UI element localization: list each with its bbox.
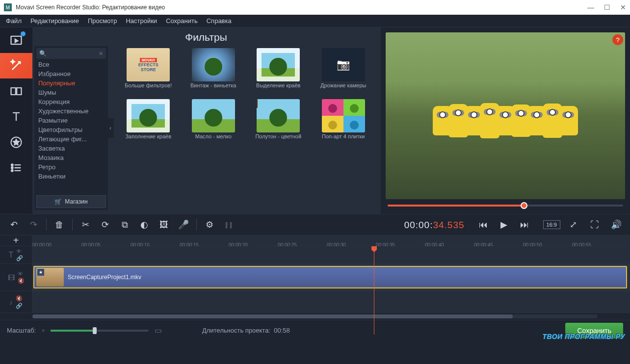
svg-point-5	[11, 167, 13, 169]
timeline-scrollbar[interactable]	[0, 313, 630, 320]
undo-button[interactable]: ↶	[5, 216, 23, 234]
magic-wand-icon	[9, 59, 23, 73]
category-item[interactable]: Шумы	[36, 88, 106, 97]
clip-star-icon[interactable]: ★	[37, 269, 44, 276]
filters-title: Фильтры	[34, 31, 378, 43]
window-titlebar: M Movavi Screen Recorder Studio: Редакти…	[0, 0, 630, 15]
maximize-button[interactable]: ☐	[604, 3, 610, 11]
filter-thumbnail[interactable]: Выделение краёв	[250, 48, 307, 95]
footer: Масштаб: ▫ ▭ Длительность проекта: 00:58…	[0, 320, 630, 340]
color-button[interactable]: ◐	[135, 216, 153, 234]
store-button[interactable]: 🛒 Магазин	[36, 195, 106, 208]
play-button[interactable]: ▶	[495, 216, 513, 234]
menu-help[interactable]: Справка	[207, 17, 232, 25]
sidebar-titles[interactable]	[0, 104, 32, 130]
category-item[interactable]: Размытие	[36, 116, 106, 125]
zoom-thumb[interactable]	[93, 327, 97, 334]
preview-progress[interactable]	[386, 199, 625, 212]
collapse-categories-button[interactable]: ‹	[107, 118, 114, 138]
minimize-button[interactable]: —	[587, 3, 594, 11]
settings-button[interactable]: ⚙	[201, 216, 218, 234]
category-item[interactable]: Ретро	[36, 162, 106, 172]
category-item[interactable]: Избранное	[36, 69, 106, 78]
sidebar-stickers[interactable]	[0, 130, 32, 155]
sidebar-more[interactable]	[0, 155, 32, 181]
progress-thumb[interactable]	[521, 202, 527, 209]
sidebar-media[interactable]	[0, 27, 32, 53]
popout-button[interactable]: ⤢	[564, 216, 582, 234]
cut-button[interactable]: ✂	[77, 216, 94, 234]
category-item[interactable]: Популярные	[36, 78, 106, 88]
preview-video[interactable]	[386, 32, 625, 199]
transitions-icon	[9, 84, 23, 98]
clear-search-icon[interactable]: ✕	[99, 51, 103, 57]
category-item[interactable]: Цветофильтры	[36, 125, 106, 134]
svg-point-6	[11, 170, 13, 172]
category-item[interactable]: Все	[36, 60, 106, 69]
filter-thumbnail[interactable]: Полутон - цветной	[250, 99, 307, 146]
menu-settings[interactable]: Настройки	[126, 17, 157, 25]
category-item[interactable]: Летающие фиг...	[36, 134, 106, 144]
filter-thumbnail[interactable]: Винтаж - виньетка	[185, 48, 242, 95]
prev-frame-button[interactable]: ⏮	[474, 216, 492, 234]
timecode-prefix: 00:00:	[404, 220, 433, 230]
timecode-current: 34.535	[433, 220, 464, 230]
text-track[interactable]: T 👁🔗	[0, 246, 630, 264]
mute-icon[interactable]: 🔇	[18, 278, 25, 284]
delete-button[interactable]: 🗑	[51, 216, 68, 234]
category-item[interactable]: Коррекция	[36, 97, 106, 106]
filter-thumbnail[interactable]: Масло - мелко	[185, 99, 242, 146]
aspect-ratio-button[interactable]: 16:9	[543, 220, 560, 229]
close-button[interactable]: ✕	[620, 3, 626, 11]
menu-view[interactable]: Просмотр	[88, 17, 117, 25]
filter-search[interactable]: 🔍 ✕	[36, 48, 106, 59]
svg-rect-1	[11, 88, 16, 95]
search-input[interactable]	[47, 50, 99, 57]
menu-edit[interactable]: Редактирование	[30, 17, 79, 25]
mute-icon[interactable]: 🔇	[16, 295, 23, 302]
zoom-slider[interactable]	[51, 330, 149, 332]
add-track-button[interactable]: +	[0, 235, 32, 246]
menu-save[interactable]: Сохранить	[166, 17, 198, 25]
video-clip[interactable]: ★ ScreenCaptureProject1.mkv	[33, 266, 627, 288]
svg-rect-2	[17, 88, 21, 95]
filter-thumbnail[interactable]: Поп-арт 4 плитки	[315, 99, 372, 146]
zoom-in-icon[interactable]: ▭	[155, 326, 162, 335]
image-button[interactable]: 🖼	[155, 216, 173, 234]
sidebar-filters[interactable]	[0, 53, 32, 78]
visibility-icon[interactable]: 👁	[16, 248, 23, 254]
fullscreen-button[interactable]: ⛶	[586, 216, 604, 234]
zoom-out-icon[interactable]: ▫	[42, 326, 45, 335]
link-icon[interactable]: 🔗	[16, 255, 23, 261]
filter-thumbnail[interactable]: Дрожание камеры	[315, 48, 372, 95]
redo-button[interactable]: ↷	[25, 216, 42, 234]
watermark: ТВОИ ПРОГРАММЫ РУ	[542, 333, 625, 340]
next-frame-button[interactable]: ⏭	[516, 216, 533, 234]
volume-button[interactable]: 🔊	[607, 216, 625, 234]
audio-track[interactable]: ♪ 🔇🔗	[0, 291, 630, 313]
video-track-icon: 🎞	[8, 274, 15, 282]
link-icon[interactable]: 🔗	[16, 303, 23, 309]
help-button[interactable]: ?	[612, 34, 623, 45]
thumbnail-image	[127, 99, 170, 132]
scrollbar-thumb[interactable]	[32, 314, 513, 318]
filter-thumbnail[interactable]: Заполнение краёв	[120, 99, 177, 146]
time-ruler[interactable]: + 00:00:0000:00:0500:00:1000:00:1500:00:…	[0, 235, 630, 246]
category-item[interactable]: Засветка	[36, 144, 106, 153]
sidebar-transitions[interactable]	[0, 78, 32, 104]
menu-file[interactable]: Файл	[6, 17, 22, 25]
crop-button[interactable]: ⧉	[116, 216, 133, 234]
visibility-icon[interactable]: 👁	[18, 271, 25, 277]
equalizer-button[interactable]: ⫿⫿	[220, 216, 238, 234]
mic-button[interactable]: 🎤	[175, 216, 192, 234]
video-track[interactable]: 🎞 👁🔇 ★ ScreenCaptureProject1.mkv	[0, 264, 630, 291]
category-item[interactable]: Мозаика	[36, 153, 106, 162]
category-item[interactable]: Художественные	[36, 106, 106, 116]
preview-panel: ?	[381, 27, 630, 214]
rotate-button[interactable]: ⟳	[96, 216, 114, 234]
filter-thumbnail[interactable]: MOVAVIEFFECTSSTOREБольше фильтров!	[120, 48, 177, 95]
playhead[interactable]	[374, 246, 374, 335]
thumbnail-image	[257, 48, 300, 81]
toolbar: ↶ ↷ 🗑 ✂ ⟳ ⧉ ◐ 🖼 🎤 ⚙ ⫿⫿ 00:00:34.535 ⏮ ▶ …	[0, 214, 630, 235]
category-item[interactable]: Виньетки	[36, 172, 106, 181]
